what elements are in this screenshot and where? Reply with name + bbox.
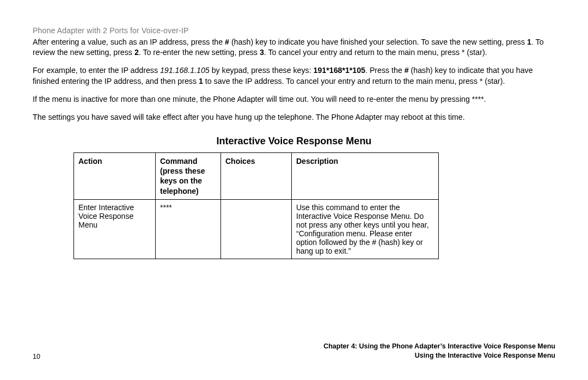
td-action: Enter Interactive Voice Response Menu bbox=[74, 199, 156, 259]
product-title: Phone Adapter with 2 Ports for Voice-ove… bbox=[33, 26, 555, 35]
text-span: . Press the bbox=[365, 66, 405, 75]
table-header-row: Action Command (press these keys on the … bbox=[74, 153, 439, 200]
bold-text: 2 bbox=[134, 48, 139, 57]
bold-text: 1 bbox=[527, 38, 531, 46]
bold-text: # bbox=[225, 38, 229, 46]
th-action: Action bbox=[74, 153, 156, 200]
footer-section: Using the Interactive Voice Response Men… bbox=[323, 351, 555, 360]
footer-right: Chapter 4: Using the Phone Adapter’s Int… bbox=[323, 342, 555, 360]
text-span: . To cancel your entry and return to the… bbox=[264, 48, 487, 57]
page-number: 10 bbox=[33, 353, 40, 360]
text-span: . To re-enter the new setting, press bbox=[139, 48, 260, 57]
paragraph-3: If the menu is inactive for more than on… bbox=[33, 94, 555, 105]
th-choices: Choices bbox=[221, 153, 292, 200]
footer-chapter: Chapter 4: Using the Phone Adapter’s Int… bbox=[323, 342, 555, 351]
bold-text: # bbox=[405, 66, 409, 75]
text-span: After entering a value, such as an IP ad… bbox=[33, 38, 225, 46]
text-span: to save the IP address. To cancel your e… bbox=[203, 77, 505, 85]
table-row: Enter Interactive Voice Response Menu **… bbox=[74, 199, 439, 259]
text-span: by keypad, press these keys: bbox=[210, 66, 314, 75]
paragraph-2: For example, to enter the IP address 191… bbox=[33, 65, 555, 86]
bold-text: 191*168*1*105 bbox=[314, 66, 365, 75]
italic-text: 191.168.1.105 bbox=[160, 66, 210, 75]
td-choices bbox=[221, 199, 292, 259]
bold-text: 3 bbox=[260, 48, 264, 57]
ivr-table: Action Command (press these keys on the … bbox=[74, 152, 439, 259]
table-title: Interactive Voice Response Menu bbox=[33, 136, 555, 147]
text-span: (hash) key to indicate you have finished… bbox=[229, 38, 527, 46]
th-description: Description bbox=[292, 153, 439, 200]
body-text: After entering a value, such as an IP ad… bbox=[33, 37, 555, 122]
td-command: **** bbox=[156, 199, 221, 259]
td-description: Use this command to enter the Interactiv… bbox=[292, 199, 439, 259]
bold-text: 1 bbox=[199, 77, 203, 85]
page-footer: 10 Chapter 4: Using the Phone Adapter’s … bbox=[33, 342, 555, 360]
document-page: Phone Adapter with 2 Ports for Voice-ove… bbox=[0, 0, 588, 380]
th-command: Command (press these keys on the telepho… bbox=[156, 153, 221, 200]
paragraph-1: After entering a value, such as an IP ad… bbox=[33, 37, 555, 58]
text-span: For example, to enter the IP address bbox=[33, 66, 160, 75]
paragraph-4: The settings you have saved will take ef… bbox=[33, 112, 555, 122]
